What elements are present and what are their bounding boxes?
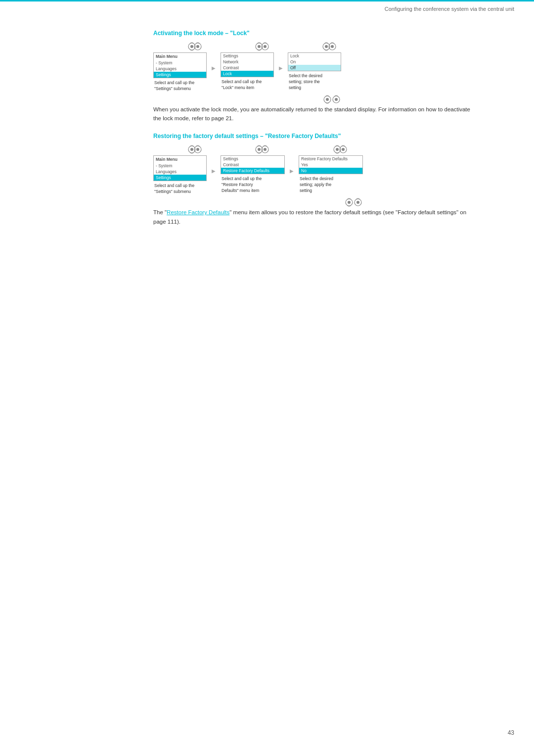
s1p3-item1: Lock: [288, 53, 341, 59]
s2-arrow1: ▶: [208, 144, 220, 174]
svg-point-15: [335, 98, 338, 101]
s2-rotary-icon-3: [333, 144, 347, 154]
top-border: [0, 0, 534, 1]
s2p1-title: Main Menu: [154, 156, 206, 163]
main-content: Activating the lock mode – "Lock": [153, 30, 480, 236]
section2-heading: Restoring the factory default settings –…: [153, 133, 480, 140]
s1-body-text: When you activate the lock mode, you are…: [153, 106, 470, 121]
section1-panel2: Settings Network Contrast Lock: [221, 52, 274, 77]
s2p2-item3: Restore Factory Defaults: [221, 168, 284, 174]
s2-bottom-rotary-icon: [345, 197, 363, 208]
s1p3-item2: On: [288, 59, 341, 65]
section1-panel3: Lock On Off: [288, 52, 341, 71]
panel1-wrapper: Main Menu - System Languages Settings Se…: [153, 42, 207, 94]
s2p2-item1: Settings: [221, 156, 284, 162]
svg-point-7: [264, 45, 267, 48]
svg-point-3: [196, 45, 199, 48]
header-text: Configuring the conference system via th…: [385, 6, 514, 12]
rotary-icon-2: [255, 42, 269, 51]
s2-arrow2: ▶: [286, 144, 298, 174]
s1p1-item3: Settings: [154, 72, 206, 78]
svg-point-9: [325, 45, 328, 48]
s1p1-item2: Languages: [154, 66, 206, 72]
svg-point-31: [356, 201, 359, 204]
section1-heading: Activating the lock mode – "Lock": [153, 30, 480, 37]
s2-panel2-wrapper: Settings Contrast Restore Factory Defaul…: [221, 144, 285, 196]
s2-bottom-icons: [299, 197, 363, 208]
arrow1: ▶: [208, 42, 220, 71]
rotary-icon-3: [322, 42, 336, 51]
svg-point-27: [342, 148, 345, 151]
s2-body-prefix: The ": [153, 209, 167, 215]
page-header: Configuring the conference system via th…: [385, 6, 514, 12]
svg-point-25: [336, 148, 339, 151]
s1-desc1: Select and call up the"Settings" submenu: [153, 78, 207, 94]
svg-point-21: [258, 148, 261, 151]
s2-rotary-icon-2: [255, 144, 269, 154]
svg-point-11: [331, 45, 334, 48]
s2p3-item1: Restore Factory Defaults: [299, 156, 362, 162]
section2-body: The "Restore Factory Defaults" menu item…: [153, 208, 480, 226]
s2p2-item2: Contrast: [221, 162, 284, 168]
s1-bottom-icons: [288, 94, 341, 105]
section2-panel1: Main Menu - System Languages Settings: [153, 155, 207, 181]
svg-point-29: [348, 201, 351, 204]
page-number: 43: [508, 729, 514, 736]
svg-point-17: [190, 148, 193, 151]
arrow2: ▶: [275, 42, 287, 71]
s1p1-item1: - System: [154, 60, 206, 66]
s2-rotary-icon-1: [188, 144, 202, 154]
s1-desc2: Select and call up the"Lock" menu item: [221, 77, 274, 93]
section2-panel3: Restore Factory Defaults Yes No: [299, 155, 363, 174]
bottom-rotary-icon-1: [323, 94, 341, 105]
section1-body: When you activate the lock mode, you are…: [153, 105, 480, 123]
s2p3-item3: No: [299, 168, 362, 174]
panel3-wrapper: Lock On Off Select the desiredsetting; s…: [288, 42, 341, 105]
section1-panel1: Main Menu - System Languages Settings: [153, 52, 207, 78]
panel2-wrapper: Settings Network Contrast Lock Select an…: [221, 42, 274, 93]
s1p2-item1: Settings: [221, 53, 273, 59]
svg-point-13: [326, 98, 329, 101]
section2-diagram: Main Menu - System Languages Settings Se…: [153, 144, 480, 208]
section2-panel2: Settings Contrast Restore Factory Defaul…: [221, 155, 285, 174]
s2p1-item1: - System: [154, 163, 206, 169]
section1-diagram: Main Menu - System Languages Settings Se…: [153, 42, 480, 105]
s2-panel3-wrapper: Restore Factory Defaults Yes No Select t…: [299, 144, 363, 208]
s2-desc3: Select the desiredsetting; apply thesett…: [299, 174, 363, 196]
section1: Activating the lock mode – "Lock": [153, 30, 480, 123]
s2-body-link: Restore Factory Defaults: [167, 209, 229, 215]
svg-point-1: [190, 45, 193, 48]
s1p1-title: Main Menu: [154, 53, 206, 60]
s2-panel1-wrapper: Main Menu - System Languages Settings Se…: [153, 144, 207, 197]
s2p3-item2: Yes: [299, 162, 362, 168]
s1p2-item2: Network: [221, 59, 273, 65]
s1p2-item3: Contrast: [221, 65, 273, 71]
rotary-icon-1: [188, 42, 202, 51]
s1-desc3: Select the desiredsetting; store thesett…: [288, 71, 341, 93]
svg-point-23: [264, 148, 267, 151]
s1p2-item4: Lock: [221, 71, 273, 77]
svg-point-5: [258, 45, 261, 48]
s1p3-item3: Off: [288, 65, 341, 71]
s2p1-item3: Settings: [154, 175, 206, 181]
section2: Restoring the factory default settings –…: [153, 133, 480, 226]
s2p1-item2: Languages: [154, 169, 206, 175]
s2-desc1: Select and call up the"Settings" submenu: [153, 181, 207, 197]
s2-desc2: Select and call up the"Restore FactoryDe…: [221, 174, 285, 196]
svg-point-19: [196, 148, 199, 151]
